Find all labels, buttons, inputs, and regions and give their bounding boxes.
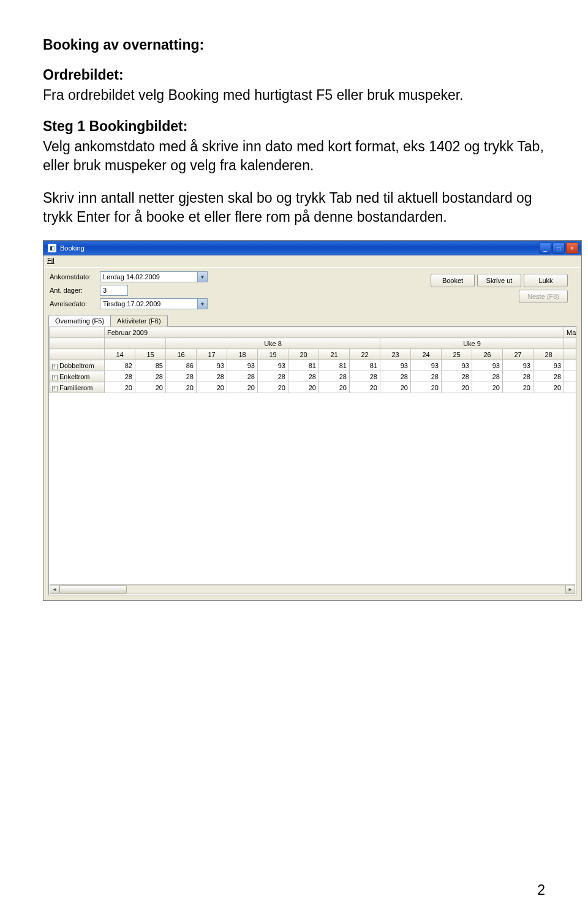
grid-cell[interactable]: 28 bbox=[197, 371, 227, 382]
grid-cell[interactable]: 93 bbox=[258, 360, 288, 371]
grid-day-col[interactable]: 28 bbox=[533, 349, 564, 360]
grid-cell[interactable]: 93 bbox=[411, 360, 442, 371]
grid-cell[interactable]: 20 bbox=[197, 382, 227, 393]
booking-grid: Februar 2009 Mars Uke 8 Uke 9 14 15 16 1… bbox=[48, 326, 576, 595]
grid-day-col[interactable]: 23 bbox=[380, 349, 411, 360]
window-titlebar[interactable]: ◧ Booking _ □ × bbox=[43, 241, 581, 255]
grid-day-col[interactable]: 18 bbox=[227, 349, 258, 360]
grid-cell[interactable]: 28 bbox=[380, 371, 411, 382]
booket-button[interactable]: Booket bbox=[431, 274, 475, 287]
chevron-right-icon: ► bbox=[568, 587, 573, 592]
embedded-screenshot: ◧ Booking _ □ × Fil Ankomstdato: ▼ Ant bbox=[43, 240, 582, 601]
grid-cell[interactable]: 20 bbox=[380, 382, 411, 393]
grid-cell[interactable]: 28 bbox=[533, 371, 564, 382]
grid-cell[interactable]: 20 bbox=[319, 382, 350, 393]
grid-cell[interactable]: 20 bbox=[350, 382, 380, 393]
table-row[interactable]: +Familierom 20 20 20 20 20 20 20 20 20 2… bbox=[50, 382, 576, 393]
grid-cell[interactable]: 20 bbox=[166, 382, 197, 393]
grid-day-col[interactable]: 21 bbox=[319, 349, 350, 360]
table-row[interactable]: +Enkeltrom 28 28 28 28 28 28 28 28 28 28… bbox=[50, 371, 576, 382]
grid-month-left: Februar 2009 bbox=[105, 327, 564, 338]
lukk-button[interactable]: Lukk bbox=[524, 274, 568, 287]
grid-cell[interactable]: 28 bbox=[258, 371, 288, 382]
grid-cell[interactable]: 28 bbox=[442, 371, 472, 382]
scroll-track[interactable] bbox=[59, 585, 565, 594]
grid-cell[interactable]: 81 bbox=[288, 360, 319, 371]
grid-cell[interactable]: 20 bbox=[411, 382, 442, 393]
grid-cell[interactable]: 28 bbox=[135, 371, 166, 382]
scroll-left-button[interactable]: ◄ bbox=[50, 585, 59, 594]
grid-cell[interactable]: 20 bbox=[227, 382, 258, 393]
grid-cell[interactable]: 93 bbox=[472, 360, 503, 371]
grid-cell[interactable]: 82 bbox=[105, 360, 135, 371]
grid-day-col[interactable]: 16 bbox=[166, 349, 197, 360]
row-label-familierom[interactable]: +Familierom bbox=[50, 382, 105, 393]
grid-cell[interactable]: 93 bbox=[380, 360, 411, 371]
grid-cell[interactable]: 28 bbox=[319, 371, 350, 382]
tab-overnatting[interactable]: Overnatting (F5) bbox=[48, 315, 111, 326]
grid-cell[interactable]: 20 bbox=[533, 382, 564, 393]
grid-cell[interactable]: 20 bbox=[472, 382, 503, 393]
expand-icon[interactable]: + bbox=[52, 375, 58, 380]
grid-cell[interactable]: 81 bbox=[350, 360, 380, 371]
grid-cell[interactable]: 20 bbox=[288, 382, 319, 393]
avreisedato-dropdown-button[interactable]: ▼ bbox=[198, 298, 208, 309]
row-label-dobbeltrom[interactable]: ++ DobbeltromDobbeltrom bbox=[50, 360, 105, 371]
grid-cell[interactable]: 28 bbox=[288, 371, 319, 382]
minimize-button[interactable]: _ bbox=[539, 243, 551, 254]
grid-cell[interactable]: 28 bbox=[350, 371, 380, 382]
grid-cell[interactable]: 93 bbox=[227, 360, 258, 371]
grid-day-col[interactable]: 27 bbox=[503, 349, 533, 360]
grid-cell[interactable]: 93 bbox=[503, 360, 533, 371]
grid-cell[interactable]: 93 bbox=[533, 360, 564, 371]
grid-cell[interactable]: 81 bbox=[319, 360, 350, 371]
neste-button[interactable]: Neste (F8) bbox=[519, 290, 568, 303]
scroll-right-button[interactable]: ► bbox=[565, 585, 575, 594]
grid-cell[interactable]: 20 bbox=[442, 382, 472, 393]
grid-day-col[interactable]: 26 bbox=[472, 349, 503, 360]
grid-cell[interactable]: 20 bbox=[258, 382, 288, 393]
grid-day-col[interactable]: 15 bbox=[135, 349, 166, 360]
row-label-enkeltrom[interactable]: +Enkeltrom bbox=[50, 371, 105, 382]
grid-day-col[interactable]: 14 bbox=[105, 349, 135, 360]
grid-cell[interactable]: 28 bbox=[166, 371, 197, 382]
grid-cell[interactable]: 86 bbox=[166, 360, 197, 371]
table-row[interactable]: ++ DobbeltromDobbeltrom 82 85 86 93 93 9… bbox=[50, 360, 576, 371]
maximize-button[interactable]: □ bbox=[552, 243, 565, 254]
grid-day-col[interactable]: 17 bbox=[197, 349, 227, 360]
grid-day-col[interactable]: 25 bbox=[442, 349, 472, 360]
grid-cell[interactable]: 93 bbox=[197, 360, 227, 371]
grid-edge-cell bbox=[564, 360, 576, 371]
menu-bar[interactable]: Fil bbox=[43, 255, 581, 268]
menu-fil[interactable]: Fil bbox=[47, 257, 55, 264]
chevron-down-icon: ▼ bbox=[200, 301, 205, 307]
ankomstdato-dropdown-button[interactable]: ▼ bbox=[198, 271, 208, 282]
grid-day-col[interactable]: 19 bbox=[258, 349, 288, 360]
grid-day-col[interactable]: 24 bbox=[411, 349, 442, 360]
avreisedato-input[interactable] bbox=[100, 298, 198, 309]
grid-cell[interactable]: 93 bbox=[442, 360, 472, 371]
grid-cell[interactable]: 28 bbox=[227, 371, 258, 382]
grid-day-col[interactable]: 20 bbox=[288, 349, 319, 360]
heading-ordrebildet: Ordrebildet: bbox=[43, 67, 545, 83]
close-button[interactable]: × bbox=[566, 243, 578, 254]
grid-cell[interactable]: 28 bbox=[411, 371, 442, 382]
expand-icon[interactable]: + bbox=[52, 386, 58, 391]
skrivut-button[interactable]: Skrive ut bbox=[477, 274, 521, 287]
scroll-thumb[interactable] bbox=[59, 586, 127, 593]
grid-spacer bbox=[50, 338, 105, 349]
grid-cell[interactable]: 28 bbox=[105, 371, 135, 382]
heading-steg1: Steg 1 Bookingbildet: bbox=[43, 118, 545, 135]
ankomstdato-input[interactable] bbox=[100, 271, 198, 282]
grid-day-col[interactable]: 22 bbox=[350, 349, 380, 360]
grid-cell[interactable]: 20 bbox=[135, 382, 166, 393]
grid-cell[interactable]: 28 bbox=[472, 371, 503, 382]
antdager-input[interactable] bbox=[100, 285, 128, 296]
grid-cell[interactable]: 28 bbox=[503, 371, 533, 382]
expand-icon[interactable]: + bbox=[52, 364, 58, 369]
tab-aktiviteter[interactable]: Aktiviteter (F6) bbox=[110, 315, 168, 326]
grid-cell[interactable]: 20 bbox=[503, 382, 533, 393]
horizontal-scrollbar[interactable]: ◄ ► bbox=[50, 584, 575, 594]
grid-cell[interactable]: 20 bbox=[105, 382, 135, 393]
grid-cell[interactable]: 85 bbox=[135, 360, 166, 371]
